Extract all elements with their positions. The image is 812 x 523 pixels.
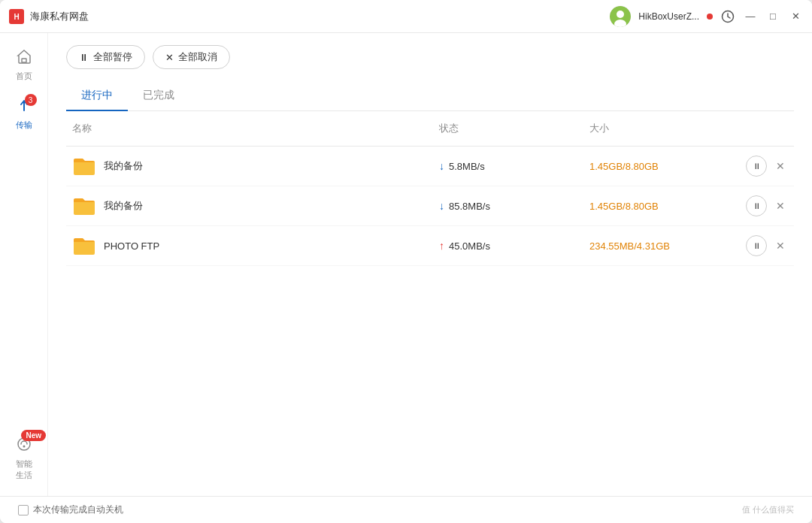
footer: 本次传输完成自动关机 值 什么值得买: [0, 496, 812, 523]
table-row: 我的备份 ↓ 85.8MB/s 1.45GB/8.80GB ⏸ ✕: [66, 186, 794, 226]
header-actions: [734, 119, 794, 138]
folder-icon-3: [72, 235, 96, 256]
user-avatar: [610, 6, 631, 27]
action-bar: ⏸ 全部暂停 ✕ 全部取消: [66, 45, 794, 69]
main-layout: 首页 3 传输: [0, 33, 812, 496]
svg-point-3: [617, 11, 624, 18]
footer-checkbox-area[interactable]: 本次传输完成自动关机: [18, 503, 123, 516]
pause-button-1[interactable]: ⏸: [746, 156, 767, 177]
cancel-button-1[interactable]: ✕: [773, 159, 788, 174]
table-row: 我的备份 ↓ 5.8MB/s 1.45GB/8.80GB ⏸ ✕: [66, 147, 794, 186]
header-status: 状态: [433, 119, 583, 138]
footer-watermark: 值 什么值得买: [742, 504, 794, 515]
home-icon: [16, 48, 32, 68]
sidebar-transfer-label: 传输: [16, 119, 32, 131]
svg-point-8: [23, 446, 25, 448]
action-cell-3: ⏸ ✕: [734, 232, 794, 259]
sidebar-smart-life-label: 智能 生活: [16, 458, 32, 481]
minimize-button[interactable]: —: [743, 9, 758, 24]
notification-dot: [707, 14, 713, 20]
status-cell-2: ↓ 85.8MB/s: [433, 197, 583, 215]
file-name-cell-1: 我的备份: [66, 153, 433, 180]
file-name-cell-3: PHOTO FTP: [66, 232, 433, 259]
auto-shutdown-checkbox[interactable]: [18, 505, 29, 515]
app-title: 海康私有网盘: [30, 10, 89, 23]
download-icon-2: ↓: [439, 200, 444, 212]
svg-text:H: H: [14, 13, 19, 21]
folder-icon-1: [72, 156, 96, 177]
tab-completed[interactable]: 已完成: [128, 81, 189, 111]
size-cell-3: 234.55MB/4.31GB: [583, 237, 734, 255]
file-name-2: 我的备份: [104, 199, 143, 213]
status-text-3: 45.0MB/s: [449, 240, 490, 252]
sidebar-item-transfer[interactable]: 3 传输: [0, 89, 47, 138]
size-cell-1: 1.45GB/8.80GB: [583, 158, 734, 175]
transfer-badge: 3: [25, 94, 37, 106]
sidebar-item-home[interactable]: 首页: [0, 41, 47, 89]
status-cell-3: ↑ 45.0MB/s: [433, 237, 583, 255]
file-name-1: 我的备份: [104, 159, 143, 173]
app-window: H 海康私有网盘 HikBoxUserZ... —: [0, 0, 812, 523]
action-cell-2: ⏸ ✕: [734, 192, 794, 219]
auto-shutdown-label: 本次传输完成自动关机: [33, 503, 123, 516]
title-bar-left: H 海康私有网盘: [9, 9, 610, 24]
file-name-cell-2: 我的备份: [66, 192, 433, 219]
pause-all-button[interactable]: ⏸ 全部暂停: [66, 45, 145, 69]
cancel-all-label: 全部取消: [178, 50, 217, 64]
folder-icon-2: [72, 195, 96, 216]
pause-button-2[interactable]: ⏸: [746, 195, 767, 216]
sidebar: 首页 3 传输: [0, 33, 48, 496]
title-bar: H 海康私有网盘 HikBoxUserZ... —: [0, 0, 812, 33]
maximize-button[interactable]: □: [765, 9, 780, 24]
close-button[interactable]: ✕: [788, 9, 803, 24]
tab-in-progress[interactable]: 进行中: [66, 81, 128, 111]
cancel-button-3[interactable]: ✕: [773, 238, 788, 253]
transfer-table: 名称 状态 大小 我的备份 ↓: [66, 111, 794, 496]
sidebar-bottom: New 智能 生活: [0, 428, 47, 488]
header-size: 大小: [583, 119, 734, 138]
watermark-text: 值 什么值得买: [742, 504, 794, 515]
cancel-all-button[interactable]: ✕ 全部取消: [153, 45, 230, 69]
upload-icon-3: ↑: [439, 240, 444, 252]
status-text-1: 5.8MB/s: [449, 161, 485, 172]
cancel-icon: ✕: [165, 52, 174, 63]
username-label: HikBoxUserZ...: [638, 11, 699, 22]
sidebar-item-smart-life[interactable]: New 智能 生活: [0, 428, 47, 488]
new-badge: New: [21, 430, 46, 441]
table-header: 名称 状态 大小: [66, 111, 794, 147]
size-cell-2: 1.45GB/8.80GB: [583, 198, 734, 215]
sidebar-home-label: 首页: [16, 71, 32, 82]
content-area: ⏸ 全部暂停 ✕ 全部取消 进行中 已完成: [48, 33, 812, 496]
header-name: 名称: [66, 119, 433, 138]
table-row: PHOTO FTP ↑ 45.0MB/s 234.55MB/4.31GB ⏸ ✕: [66, 226, 794, 266]
title-bar-right: HikBoxUserZ... — □ ✕: [610, 6, 803, 27]
pause-button-3[interactable]: ⏸: [746, 235, 767, 256]
pause-icon: ⏸: [79, 52, 89, 63]
pause-all-label: 全部暂停: [93, 50, 132, 64]
download-icon-1: ↓: [439, 160, 444, 172]
status-cell-1: ↓ 5.8MB/s: [433, 157, 583, 175]
clock-icon[interactable]: [720, 9, 735, 24]
app-logo: H: [9, 9, 24, 24]
tab-bar: 进行中 已完成: [66, 81, 794, 111]
svg-rect-6: [22, 59, 26, 62]
transfer-icon: 3: [16, 97, 32, 117]
file-name-3: PHOTO FTP: [104, 240, 159, 252]
action-cell-1: ⏸ ✕: [734, 153, 794, 180]
cancel-button-2[interactable]: ✕: [773, 198, 788, 213]
status-text-2: 85.8MB/s: [449, 201, 490, 212]
